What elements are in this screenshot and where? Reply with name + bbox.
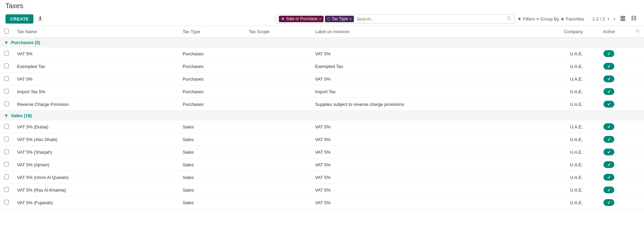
row-checkbox[interactable] <box>4 124 9 129</box>
checkmark-icon: ✓ <box>607 89 611 94</box>
group-header-purchases[interactable]: ▼ Purchases (5) <box>0 38 644 48</box>
row-checkbox[interactable] <box>4 175 9 179</box>
row-tax-type: Sales <box>179 196 245 209</box>
table-row[interactable]: VAT 0% Purchases VAT 0% U.A.E. ✓ <box>0 73 644 85</box>
row-checkbox[interactable] <box>4 200 9 205</box>
table-row[interactable]: VAT 5% (Sharjah) Sales VAT 5% U.A.E. ✓ <box>0 146 644 158</box>
row-checkbox-cell[interactable] <box>0 184 13 196</box>
row-checkbox-cell[interactable] <box>0 60 13 73</box>
download-icon <box>38 15 43 21</box>
row-tax-type: Purchases <box>179 73 245 85</box>
row-checkbox-cell[interactable] <box>0 196 13 209</box>
row-settings-cell <box>631 196 644 209</box>
row-company: U.A.E. <box>532 47 587 60</box>
row-checkbox[interactable] <box>4 162 9 167</box>
row-company: U.A.E. <box>532 184 587 196</box>
filter-tag-sale-icon: ▼ <box>281 17 285 21</box>
row-settings-cell <box>631 184 644 196</box>
create-button[interactable]: CREATE <box>5 14 33 24</box>
download-button[interactable] <box>36 14 44 24</box>
checkmark-icon: ✓ <box>607 162 611 167</box>
checkmark-icon: ✓ <box>607 137 611 142</box>
active-toggle[interactable]: ✓ <box>603 199 614 206</box>
row-checkbox-cell[interactable] <box>0 73 13 85</box>
row-active-cell: ✓ <box>587 184 631 196</box>
groupby-button[interactable]: ≡ Group By <box>537 16 559 22</box>
table-row[interactable]: VAT 5% (Umm Al Quwain) Sales VAT 5% U.A.… <box>0 171 644 184</box>
svg-line-2 <box>510 19 511 20</box>
kanban-view-button[interactable] <box>629 15 639 23</box>
group-header-sales[interactable]: ▼ Sales (18) <box>0 111 644 121</box>
row-checkbox[interactable] <box>4 149 9 154</box>
row-checkbox[interactable] <box>4 76 9 81</box>
row-checkbox-cell[interactable] <box>0 121 13 133</box>
row-tax-type: Sales <box>179 184 245 196</box>
row-checkbox[interactable] <box>4 64 9 68</box>
row-checkbox[interactable] <box>4 137 9 141</box>
active-toggle[interactable]: ✓ <box>603 88 614 95</box>
row-checkbox-cell[interactable] <box>0 146 13 158</box>
active-toggle[interactable]: ✓ <box>603 136 614 143</box>
row-checkbox[interactable] <box>4 51 9 56</box>
active-toggle[interactable]: ✓ <box>603 149 614 155</box>
col-header-active: Active <box>587 26 631 38</box>
active-toggle[interactable]: ✓ <box>603 161 614 168</box>
group-toggle-sales[interactable]: ▼ <box>4 113 9 118</box>
search-input[interactable] <box>355 16 507 22</box>
active-toggle[interactable]: ✓ <box>603 75 614 82</box>
table-row[interactable]: Exempted Tax Purchases Exempted Tax U.A.… <box>0 60 644 73</box>
select-all-cell[interactable] <box>0 26 13 38</box>
svg-rect-8 <box>634 16 636 20</box>
active-toggle[interactable]: ✓ <box>603 50 614 57</box>
col-header-settings[interactable] <box>631 26 644 38</box>
list-view-button[interactable] <box>618 15 628 23</box>
row-active-cell: ✓ <box>587 196 631 209</box>
checkmark-icon: ✓ <box>607 124 611 129</box>
favorites-icon: ★ <box>560 16 565 22</box>
row-checkbox-cell[interactable] <box>0 47 13 60</box>
col-header-tax-scope: Tax Scope <box>245 26 311 38</box>
pagination-next[interactable]: › <box>612 15 617 23</box>
filter-tag-type-label: Tax Type <box>332 16 348 21</box>
group-header-cell[interactable]: ▼ Purchases (5) <box>0 38 644 48</box>
row-checkbox-cell[interactable] <box>0 85 13 98</box>
table-row[interactable]: Import Tax 5% Purchases Import Tax U.A.E… <box>0 85 644 98</box>
checkmark-icon: ✓ <box>607 51 611 56</box>
filter-tag-sale-close[interactable]: × <box>319 16 321 22</box>
row-tax-type: Purchases <box>179 98 245 111</box>
table-row[interactable]: Reverse Charge Provision Purchases Suppl… <box>0 98 644 111</box>
active-toggle[interactable]: ✓ <box>603 174 614 181</box>
table-row[interactable]: VAT 5% (Ajman) Sales VAT 5% U.A.E. ✓ <box>0 158 644 171</box>
active-toggle[interactable]: ✓ <box>603 186 614 193</box>
active-toggle[interactable]: ✓ <box>603 63 614 70</box>
select-all-checkbox[interactable] <box>4 29 9 33</box>
filters-icon: ▼ <box>517 16 522 22</box>
favorites-button[interactable]: ★ Favorites <box>560 16 584 22</box>
group-header-cell[interactable]: ▼ Sales (18) <box>0 111 644 121</box>
checkmark-icon: ✓ <box>607 175 611 180</box>
table-row[interactable]: VAT 5% (Abu Dhabi) Sales VAT 5% U.A.E. ✓ <box>0 133 644 146</box>
row-checkbox-cell[interactable] <box>0 158 13 171</box>
row-checkbox[interactable] <box>4 187 9 192</box>
group-toggle-purchases[interactable]: ▼ <box>4 40 9 45</box>
table-row[interactable]: VAT 5% (Dubai) Sales VAT 5% U.A.E. ✓ <box>0 121 644 133</box>
table-body: ▼ Purchases (5) VAT 5% Purchases VAT 5% … <box>0 38 644 209</box>
row-checkbox-cell[interactable] <box>0 98 13 111</box>
active-toggle[interactable]: ✓ <box>603 123 614 130</box>
row-settings-cell <box>631 146 644 158</box>
table-row[interactable]: VAT 5% (Fujairah) Sales VAT 5% U.A.E. ✓ <box>0 196 644 209</box>
checkmark-icon: ✓ <box>607 188 611 193</box>
row-checkbox-cell[interactable] <box>0 133 13 146</box>
row-checkbox[interactable] <box>4 89 9 94</box>
row-checkbox[interactable] <box>4 101 9 106</box>
search-button[interactable] <box>507 16 511 22</box>
row-checkbox-cell[interactable] <box>0 171 13 184</box>
table-row[interactable]: VAT 5% (Ras Al-Khaima) Sales VAT 5% U.A.… <box>0 184 644 196</box>
row-tax-name: VAT 5% (Ras Al-Khaima) <box>13 184 179 196</box>
filters-button[interactable]: ▼ Filters <box>517 16 535 22</box>
pagination-prev[interactable]: ‹ <box>606 15 611 23</box>
active-toggle[interactable]: ✓ <box>603 101 614 108</box>
table-row[interactable]: VAT 5% Purchases VAT 5% U.A.E. ✓ <box>0 47 644 60</box>
column-settings-button[interactable] <box>635 29 640 34</box>
filter-tag-type-close[interactable]: × <box>349 16 352 22</box>
